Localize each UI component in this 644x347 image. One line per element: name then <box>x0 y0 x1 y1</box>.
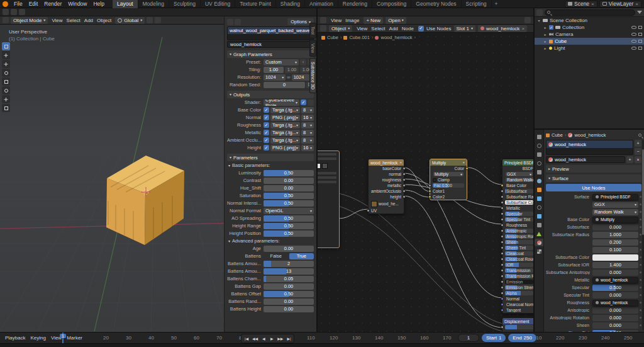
node-output-row[interactable]: Color <box>430 166 467 171</box>
output-enabled-checkbox[interactable]: ✓ <box>264 137 269 143</box>
node-input-row[interactable]: Anisotropic <box>502 228 533 234</box>
input-socket[interactable] <box>428 184 431 187</box>
shader-menu-item[interactable]: Add <box>387 26 400 31</box>
parameter-widget[interactable]: 0.00 <box>264 283 314 290</box>
remove-slot-button[interactable]: − <box>635 148 641 155</box>
output-depth-dropdown[interactable]: 16 ▾ <box>301 115 314 121</box>
property-widget[interactable]: 0.100 <box>592 247 638 253</box>
node-input-row[interactable]: Subsurface Radius <box>502 194 533 200</box>
node-input-row[interactable]: Alpha <box>502 290 533 296</box>
parameter-widget[interactable]: 2 <box>264 261 314 267</box>
input-socket[interactable] <box>501 326 504 329</box>
slot-dropdown[interactable]: Slot 1 ▾ <box>454 25 475 32</box>
node-input-row[interactable]: Subsurface Color <box>502 200 533 205</box>
render-tab[interactable] <box>535 142 543 149</box>
keyframe-dot[interactable] <box>640 302 641 304</box>
seed-field[interactable]: 0 <box>264 82 305 88</box>
workspace-tab[interactable]: Texture Paint <box>235 0 276 8</box>
node-input-row[interactable]: Clearcoat <box>502 251 533 256</box>
graph-name-field[interactable]: wood_hemlock <box>227 41 314 48</box>
node-header[interactable]: Displacement <box>502 318 533 324</box>
input-socket[interactable] <box>501 269 504 272</box>
workspace-tab[interactable]: Sculpting <box>169 0 201 8</box>
substance-group-node[interactable] <box>318 151 340 248</box>
node-input-row[interactable]: Color2 <box>430 194 467 200</box>
node-input-row[interactable]: Transmission Roughness <box>502 273 533 279</box>
keyframe-dot[interactable] <box>640 241 641 243</box>
parameter-widget[interactable]: 0.50 <box>264 223 314 229</box>
property-widget[interactable]: 1.000 <box>592 232 638 238</box>
parameter-widget[interactable]: 0.50 <box>264 170 314 176</box>
disclosure-icon[interactable]: ▾ <box>537 18 541 23</box>
output-socket[interactable] <box>402 195 406 198</box>
disclosure-icon[interactable]: ▸ <box>543 32 547 37</box>
input-socket[interactable] <box>501 207 504 210</box>
node-input-row[interactable]: Base Color <box>502 183 533 188</box>
node-output-row[interactable]: metallic <box>369 183 404 188</box>
tiling-slider[interactable]: 1.00 <box>264 67 284 73</box>
breadcrumb-object[interactable]: Cube <box>552 132 563 138</box>
link-resolution-icon[interactable]: ∞ <box>287 74 290 80</box>
output-socket[interactable] <box>402 178 406 181</box>
disable-render-icon[interactable] <box>638 40 642 43</box>
input-socket[interactable] <box>501 212 504 215</box>
unlink-material-button[interactable]: × <box>635 156 641 163</box>
add-workspace-button[interactable]: + <box>492 1 501 7</box>
keyframe-dot[interactable] <box>640 279 641 281</box>
workspace-tab[interactable]: Modeling <box>138 0 170 8</box>
advanced-parameters-header[interactable]: ▾ Advanced parameters: <box>227 237 314 244</box>
property-widget[interactable]: 0.000 <box>592 292 638 299</box>
displacement-node[interactable]: Displacement <box>502 317 533 332</box>
image-settings-icon[interactable] <box>525 17 531 23</box>
tool-option-icon-2[interactable] <box>19 9 25 15</box>
menubar-item[interactable]: Window <box>65 1 90 7</box>
input-socket[interactable] <box>501 195 504 198</box>
start-frame-field[interactable]: Start 1 <box>482 334 506 342</box>
unlink-material-icon[interactable]: × <box>521 26 525 31</box>
input-socket[interactable] <box>501 218 504 221</box>
modifier-tab[interactable] <box>535 195 543 202</box>
node-input-row[interactable]: Tangent <box>502 307 533 313</box>
input-socket[interactable] <box>501 235 504 238</box>
node-input-row[interactable]: Specular Tint <box>502 217 533 222</box>
workspace-tab[interactable]: Shading <box>276 0 305 8</box>
collection-checkbox[interactable]: ✓ <box>549 25 553 30</box>
workspace-tab[interactable]: UV Editing <box>201 0 235 8</box>
disclosure-icon[interactable]: ▸ <box>543 46 547 50</box>
shader-menu-item[interactable]: View <box>355 26 369 31</box>
node-input-row[interactable]: Clearcoat Roughness <box>502 256 533 262</box>
viewport-menu-item[interactable]: Select <box>65 18 82 23</box>
parameter-widget[interactable]: 0.00 <box>264 299 314 305</box>
cursor-tool[interactable] <box>2 51 10 59</box>
input-socket[interactable] <box>501 292 504 295</box>
move-tool[interactable] <box>2 60 10 68</box>
output-socket[interactable] <box>402 173 406 176</box>
output-socket[interactable] <box>402 167 406 170</box>
sidebar-tab[interactable]: Substance 3D <box>309 58 316 93</box>
scale-tool[interactable] <box>2 77 10 86</box>
input-socket[interactable] <box>501 263 504 266</box>
outliner-row[interactable]: ▸ Cube <box>535 38 644 45</box>
add-slot-button[interactable]: + <box>635 140 641 147</box>
node-output-row[interactable]: normal <box>369 171 404 177</box>
parameter-widget[interactable]: 0.50 <box>264 200 314 207</box>
transport-button[interactable]: |◀ <box>243 335 250 342</box>
input-socket[interactable] <box>501 252 504 255</box>
node-input-row[interactable]: Emission <box>502 279 533 285</box>
material-slot-item[interactable]: wood_hemlock <box>547 140 633 148</box>
output-depth-dropdown[interactable]: 8 ▾ <box>301 107 314 113</box>
blend-mode-dropdown[interactable]: Multiply ▾ <box>433 172 464 176</box>
input-socket[interactable] <box>501 297 504 300</box>
property-widget[interactable]: 1.400 <box>592 262 638 268</box>
image-menu-item[interactable]: Image <box>343 18 361 23</box>
parameter-widget[interactable]: 0.00 <box>264 246 314 252</box>
disable-render-icon[interactable] <box>638 33 642 36</box>
section-graph-parameters[interactable]: ▾ Graph Parameters <box>227 50 314 58</box>
input-socket[interactable] <box>501 280 504 283</box>
node-input-row[interactable]: Sheen <box>502 239 533 245</box>
keyframe-dot[interactable] <box>640 256 641 258</box>
output-format-dropdown[interactable]: Targa (.tg... ▾ <box>270 122 300 128</box>
node-output-row[interactable]: BSDF <box>502 166 533 171</box>
input-socket[interactable] <box>501 241 504 244</box>
workspace-tab[interactable]: Rendering <box>338 0 372 8</box>
